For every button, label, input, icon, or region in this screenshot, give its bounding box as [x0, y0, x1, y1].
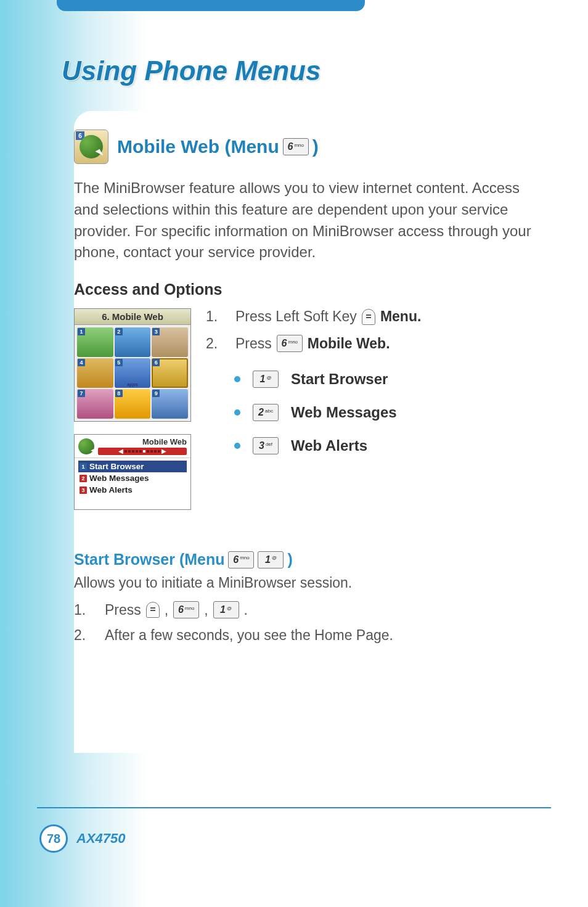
step-row: 1. Press Left Soft Key Menu.	[206, 308, 533, 325]
list-label: Web Alerts	[89, 485, 133, 495]
step-text: Press Left Soft Key	[235, 308, 357, 325]
screenshot-column: 6. Mobile Web 1 2 3 4 5apps 6 7 8 9	[74, 308, 191, 522]
start-browser-section: Start Browser (Menu 6mno 1@ ) Allows you…	[74, 551, 533, 644]
grid-cell: 3	[152, 327, 188, 357]
globe-small-icon	[78, 438, 94, 454]
bullet-icon	[234, 376, 240, 382]
bullet-label: Web Alerts	[291, 437, 367, 454]
section-title-post: )	[312, 136, 319, 157]
key-1-icon: 1@	[258, 551, 284, 568]
key-6mno-icon: 6mno	[228, 551, 254, 568]
list-num: 3	[80, 486, 87, 494]
key-3def-icon: 3def	[253, 437, 279, 454]
cell-num: 8	[115, 390, 123, 397]
content-panel: 6 Mobile Web (Menu 6mno ) The MiniBrowse…	[74, 111, 533, 753]
list-item: 3 Web Alerts	[78, 484, 187, 496]
step-number: 1.	[206, 308, 222, 325]
cell-num: 7	[78, 390, 85, 397]
pager-dots: ◀ ▶	[98, 448, 187, 455]
bullet-list: 1@ Start Browser 2abc Web Messages 3def …	[206, 371, 533, 454]
cell-num: 6	[152, 359, 160, 366]
list-item: 2 Web Messages	[78, 472, 187, 484]
globe-icon	[80, 135, 103, 158]
grid-cell: 7	[77, 389, 113, 419]
grid-cell: 5apps	[115, 358, 151, 388]
cell-num: 9	[152, 390, 160, 397]
page-number-badge: 78	[39, 824, 68, 853]
grid-cell: 1	[77, 327, 113, 357]
bullet-icon	[234, 409, 240, 416]
step-text: After a few seconds, you see the Home Pa…	[105, 627, 393, 644]
section-title: Mobile Web (Menu 6mno )	[117, 136, 319, 157]
step-text: .	[244, 602, 248, 618]
key-6mno-icon: 6mno	[277, 335, 303, 352]
steps-column: 1. Press Left Soft Key Menu. 2. Press 6m…	[206, 308, 533, 470]
pager-left-icon: ◀	[118, 448, 123, 454]
list-item: 1 Start Browser	[78, 461, 187, 472]
phone-screenshot-grid: 6. Mobile Web 1 2 3 4 5apps 6 7 8 9	[74, 308, 191, 422]
screenshot-grid-title: 6. Mobile Web	[75, 309, 190, 325]
sub-title-pre: Start Browser (Menu	[74, 551, 224, 568]
bullet-row: 2abc Web Messages	[206, 404, 533, 421]
grid-cell-selected: 6	[152, 358, 188, 388]
key-1-icon: 1@	[213, 601, 239, 618]
footer: 78 AX4750	[39, 824, 126, 853]
bullet-label: Web Messages	[291, 404, 397, 421]
phone-screenshot-list: Mobile Web ◀ ▶ 1 Start Browser	[74, 434, 191, 510]
start-browser-desc: Allows you to initiate a MiniBrowser ses…	[74, 575, 533, 591]
step-text: Press	[235, 335, 272, 352]
cursor-arrow-icon	[96, 149, 104, 158]
step-bold: Mobile Web.	[308, 335, 390, 352]
footer-divider	[37, 807, 551, 808]
list-num: 1	[80, 463, 87, 470]
key-6mno-icon: 6mno	[173, 601, 199, 618]
step-row: 1. Press , 6mno , 1@ .	[74, 601, 533, 618]
left-soft-key-icon	[146, 602, 160, 618]
left-soft-key-icon	[362, 309, 375, 325]
grid-cell: 2	[115, 327, 151, 357]
key-sup: mno	[294, 142, 304, 148]
cell-num: 1	[78, 328, 85, 335]
step-text: ,	[165, 602, 168, 618]
key-6mno-icon: 6mno	[283, 138, 309, 155]
apps-label: apps	[115, 382, 151, 387]
model-label: AX4750	[76, 831, 126, 847]
mobile-web-icon: 6	[74, 129, 108, 164]
grid-cell: 4	[77, 358, 113, 388]
cell-num: 4	[78, 359, 85, 366]
key-main: 6	[288, 141, 293, 152]
step-row: 2. Press 6mno Mobile Web.	[206, 335, 533, 352]
screenshot-list-header: Mobile Web ◀ ▶	[75, 435, 190, 458]
step-number: 1.	[74, 602, 90, 618]
step-number: 2.	[206, 335, 222, 352]
grid-cell: 9	[152, 389, 188, 419]
pager-right-icon: ▶	[161, 448, 166, 454]
bullet-label: Start Browser	[291, 371, 388, 388]
step-text: Press	[105, 602, 141, 618]
section-header: 6 Mobile Web (Menu 6mno )	[74, 129, 533, 164]
list-label: Web Messages	[89, 474, 149, 483]
bullet-icon	[234, 443, 240, 449]
bullet-row: 1@ Start Browser	[206, 371, 533, 388]
step-number: 2.	[74, 627, 90, 644]
cell-num: 2	[115, 328, 123, 335]
grid-cell: 8	[115, 389, 151, 419]
sub-title-post: )	[287, 551, 292, 568]
cell-num: 5	[115, 359, 123, 366]
page-title: Using Phone Menus	[62, 55, 321, 86]
list-label: Start Browser	[89, 462, 144, 471]
start-browser-title: Start Browser (Menu 6mno 1@ )	[74, 551, 533, 568]
header-tab-decoration	[57, 0, 365, 11]
screenshot-list-title: Mobile Web	[98, 437, 187, 446]
key-1-icon: 1@	[253, 371, 279, 388]
step-text: ,	[204, 602, 208, 618]
access-options-heading: Access and Options	[74, 281, 533, 298]
step-row: 2. After a few seconds, you see the Home…	[74, 627, 533, 644]
cell-num: 3	[152, 328, 160, 335]
step-bold: Menu.	[380, 308, 421, 325]
section-intro: The MiniBrowser feature allows you to vi…	[74, 178, 533, 263]
bullet-row: 3def Web Alerts	[206, 437, 533, 454]
list-num: 2	[80, 475, 87, 482]
section-title-pre: Mobile Web (Menu	[117, 136, 279, 157]
key-2abc-icon: 2abc	[253, 404, 279, 421]
